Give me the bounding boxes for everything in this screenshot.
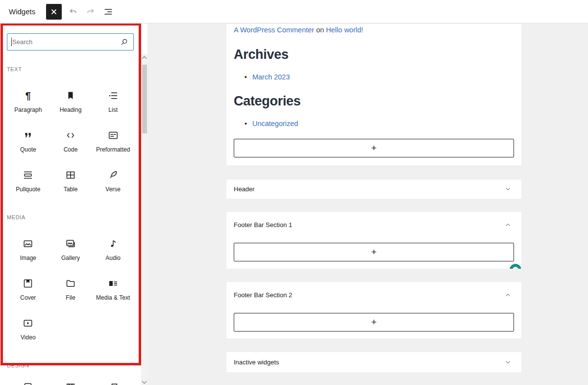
- pullquote-icon: [22, 169, 34, 181]
- block-category-section: MEDIA Image Gallery Audio Cover File Med…: [7, 214, 134, 341]
- comment-separator: on: [316, 26, 326, 34]
- panel-title: Footer Bar Section 1: [234, 221, 292, 229]
- sidebar-scrollbar[interactable]: [141, 54, 147, 385]
- block-item-cover[interactable]: Cover: [7, 278, 49, 301]
- chevron-down-icon: [504, 185, 512, 193]
- chevron-up-icon: [504, 221, 512, 229]
- block-item-audio[interactable]: Audio: [92, 238, 134, 261]
- block-item-video[interactable]: Video: [7, 317, 49, 341]
- group-icon: [107, 382, 119, 385]
- columns-icon: [65, 382, 76, 385]
- audio-icon: [107, 238, 119, 250]
- block-item-label: Media & Text: [96, 294, 130, 301]
- buttons-icon: [22, 382, 34, 385]
- search-field-wrap: [7, 33, 134, 51]
- block-category-label: DESIGN: [7, 362, 134, 368]
- block-item-label: Verse: [105, 186, 121, 193]
- panel-header[interactable]: Header: [226, 180, 521, 199]
- widget-link[interactable]: March 2023: [252, 73, 290, 81]
- widget-heading: Archives: [234, 47, 514, 62]
- list-icon: [107, 90, 119, 102]
- list-view-button[interactable]: [102, 5, 115, 18]
- close-inserter-button[interactable]: [46, 4, 62, 20]
- block-item-quote[interactable]: Quote: [7, 129, 49, 153]
- code-icon: [65, 129, 76, 141]
- block-grid: ¶ Paragraph Heading List Quote Code Pref…: [7, 90, 134, 193]
- text-caret: [11, 38, 12, 46]
- close-icon: [50, 8, 58, 16]
- panel-title: Header: [234, 185, 255, 193]
- block-category-label: MEDIA: [7, 214, 134, 220]
- top-toolbar: Widgets: [0, 0, 588, 24]
- block-item-label: Preformatted: [96, 146, 130, 153]
- block-item-label: Audio: [105, 255, 121, 261]
- widgets-editor-canvas: A WordPress Commenter on Hello world! Ar…: [147, 24, 588, 385]
- panel-header[interactable]: Footer Bar Section 1: [226, 212, 521, 237]
- verse-icon: [107, 169, 119, 181]
- block-grid: [7, 382, 134, 385]
- file-icon: [65, 278, 76, 289]
- block-item-label: List: [108, 106, 118, 113]
- block-grid: Image Gallery Audio Cover File Media & T…: [7, 238, 134, 341]
- bullet: •: [245, 120, 247, 128]
- block-item-label: Heading: [60, 106, 82, 113]
- widget-link-list: •Uncategorized: [234, 120, 514, 128]
- magnifier-icon: [120, 37, 129, 47]
- preformatted-icon: [107, 129, 119, 141]
- block-item-list[interactable]: List: [92, 90, 134, 113]
- block-item-label: File: [66, 294, 75, 301]
- image-icon: [22, 238, 34, 250]
- floating-badge[interactable]: [510, 264, 521, 269]
- block-item-label: Video: [21, 334, 35, 341]
- block-item-preformatted[interactable]: Preformatted: [92, 129, 134, 153]
- widget-link[interactable]: Uncategorized: [252, 120, 298, 128]
- gallery-icon: [65, 238, 76, 250]
- redo-icon: [85, 6, 96, 17]
- block-item-pullquote[interactable]: Pullquote: [7, 169, 49, 193]
- scrollbar-thumb[interactable]: [142, 65, 147, 133]
- widget-list-item: •March 2023: [234, 73, 514, 81]
- block-item-gallery[interactable]: Gallery: [49, 238, 92, 261]
- chevron-up-icon: [504, 291, 512, 299]
- block-item-table[interactable]: Table: [49, 169, 92, 193]
- media-text-icon: [107, 278, 119, 289]
- scroll-down-icon[interactable]: [142, 379, 147, 384]
- comment-post-link[interactable]: Hello world!: [326, 26, 363, 34]
- block-item-media-text[interactable]: Media & Text: [92, 278, 134, 301]
- block-item-image[interactable]: Image: [7, 238, 49, 261]
- block-item-label: Quote: [20, 146, 36, 153]
- scroll-up-icon[interactable]: [142, 56, 147, 61]
- widget-area-block-canvas: A WordPress Commenter on Hello world! Ar…: [226, 24, 521, 165]
- block-item-label: Paragraph: [14, 106, 42, 113]
- panel-title: Footer Bar Section 2: [234, 291, 292, 299]
- widget-link-list: •March 2023: [234, 73, 514, 81]
- undo-icon: [68, 6, 78, 17]
- block-item-verse[interactable]: Verse: [92, 169, 134, 193]
- search-input[interactable]: [7, 33, 134, 51]
- add-block-button[interactable]: +: [234, 243, 514, 261]
- block-item-file[interactable]: File: [49, 278, 92, 301]
- panel-inactive-widgets: Inactive widgets: [226, 352, 521, 372]
- block-type-list: TEXT ¶ Paragraph Heading List Quote Code…: [0, 51, 141, 385]
- block-item-buttons-icon[interactable]: [7, 382, 49, 385]
- comment-author-link[interactable]: A WordPress Commenter: [234, 26, 314, 34]
- quote-icon: [22, 129, 34, 141]
- heading-icon: [65, 90, 76, 102]
- block-item-label: Gallery: [61, 255, 80, 261]
- chevron-down-icon: [504, 359, 512, 366]
- undo-button[interactable]: [67, 5, 79, 18]
- redo-button[interactable]: [84, 5, 97, 18]
- widget-list-item: •Uncategorized: [234, 120, 514, 128]
- panel-header[interactable]: Inactive widgets: [226, 352, 521, 372]
- add-block-button[interactable]: +: [234, 139, 514, 157]
- block-item-columns-icon[interactable]: [49, 382, 92, 385]
- block-item-group-icon[interactable]: [92, 382, 134, 385]
- block-item-paragraph[interactable]: ¶ Paragraph: [7, 90, 49, 113]
- recent-comments-line: A WordPress Commenter on Hello world!: [234, 26, 514, 35]
- add-block-button[interactable]: +: [234, 313, 514, 332]
- panel-header[interactable]: Footer Bar Section 2: [226, 282, 521, 308]
- panel-footer-bar-section-2: Footer Bar Section 2 +: [226, 282, 521, 338]
- block-category-section: DESIGN: [7, 362, 134, 385]
- block-item-code[interactable]: Code: [49, 129, 92, 153]
- block-item-heading[interactable]: Heading: [49, 90, 92, 113]
